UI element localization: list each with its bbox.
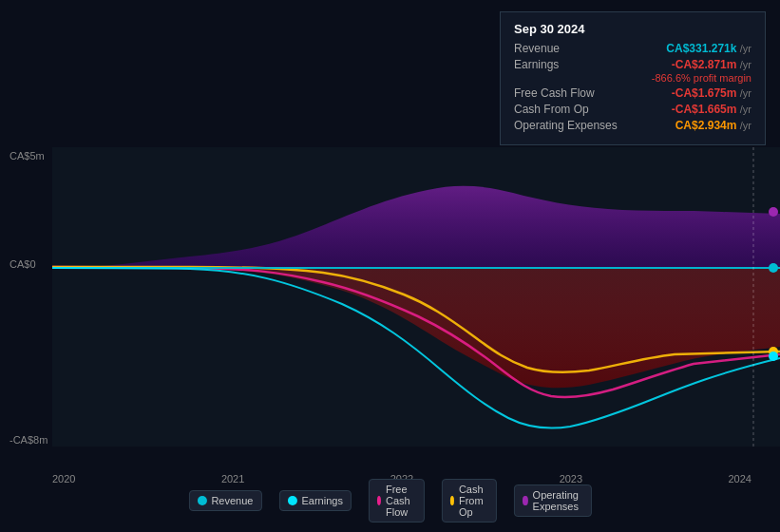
legend-earnings-dot — [287, 496, 296, 505]
legend-revenue-dot — [197, 496, 206, 505]
x-label-2024: 2024 — [729, 473, 751, 484]
dot-earnings — [769, 352, 778, 361]
x-label-2020: 2020 — [52, 473, 75, 484]
legend-opex-label: Operating Expenses — [533, 489, 583, 512]
tooltip-opex-unit: /yr — [740, 120, 751, 131]
chart-legend: Revenue Earnings Free Cash Flow Cash Fro… — [188, 479, 591, 522]
data-tooltip: Sep 30 2024 Revenue CA$331.271k /yr Earn… — [500, 11, 766, 145]
legend-cashop[interactable]: Cash From Op — [442, 479, 498, 522]
legend-fcf[interactable]: Free Cash Flow — [369, 479, 425, 522]
legend-earnings[interactable]: Earnings — [278, 490, 351, 511]
legend-revenue[interactable]: Revenue — [188, 490, 261, 511]
tooltip-fcf-value: -CA$1.675m — [672, 86, 737, 100]
tooltip-revenue-row: Revenue CA$331.271k /yr — [514, 42, 751, 55]
tooltip-cashop-label: Cash From Op — [514, 103, 589, 116]
tooltip-opex-row: Operating Expenses CA$2.934m /yr — [514, 119, 751, 132]
tooltip-opex-label: Operating Expenses — [514, 119, 618, 132]
tooltip-revenue-unit: /yr — [740, 43, 751, 54]
legend-opex-dot — [523, 496, 527, 505]
tooltip-fcf-row: Free Cash Flow -CA$1.675m /yr — [514, 86, 751, 100]
tooltip-cashop-unit: /yr — [740, 104, 751, 115]
legend-opex[interactable]: Operating Expenses — [514, 484, 591, 517]
tooltip-cashop-value: -CA$1.665m — [672, 103, 737, 116]
tooltip-earnings-value: -CA$2.871m — [672, 58, 737, 71]
tooltip-fcf-label: Free Cash Flow — [514, 86, 595, 100]
tooltip-earnings-row: Earnings -CA$2.871m /yr — [514, 58, 751, 71]
tooltip-opex-value: CA$2.934m — [675, 119, 737, 132]
legend-earnings-label: Earnings — [301, 495, 342, 506]
chart-svg — [0, 147, 780, 446]
tooltip-earnings-label: Earnings — [514, 58, 559, 71]
tooltip-cashop-row: Cash From Op -CA$1.665m /yr — [514, 103, 751, 116]
legend-revenue-label: Revenue — [211, 495, 253, 506]
tooltip-profit-margin: -866.6% profit margin — [514, 72, 751, 84]
legend-cashop-dot — [450, 496, 454, 505]
legend-fcf-label: Free Cash Flow — [386, 484, 416, 518]
tooltip-revenue-label: Revenue — [514, 42, 560, 55]
dot-opex — [769, 207, 778, 217]
tooltip-revenue-value: CA$331.271k — [666, 42, 736, 55]
legend-fcf-dot — [377, 496, 381, 505]
tooltip-fcf-unit: /yr — [740, 87, 751, 99]
dot-revenue — [769, 263, 778, 273]
tooltip-earnings-unit: /yr — [740, 59, 751, 70]
tooltip-date: Sep 30 2024 — [514, 22, 751, 36]
legend-cashop-label: Cash From Op — [459, 484, 488, 518]
